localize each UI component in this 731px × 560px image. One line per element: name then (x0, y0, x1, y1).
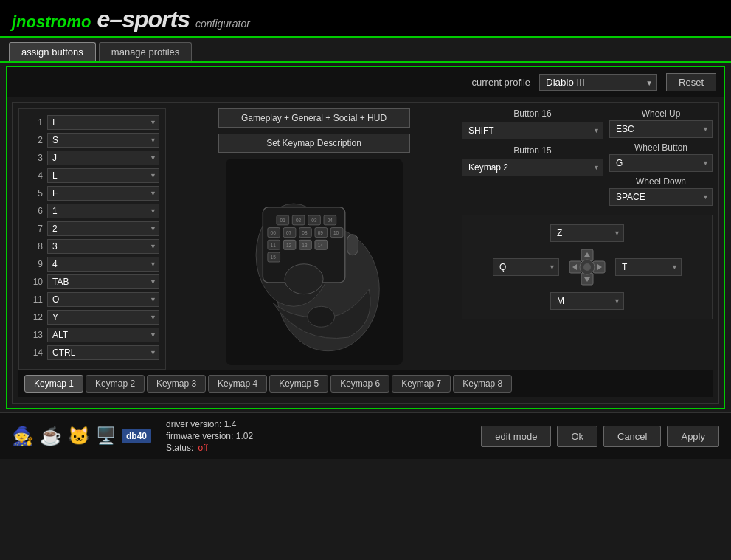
button-input-wrap-4[interactable] (47, 168, 159, 183)
set-keymap-desc-button[interactable]: Set Keymap Description (218, 134, 410, 153)
wheel-button-input-wrap[interactable] (609, 154, 713, 172)
keymap-tab-2[interactable]: Keymap 2 (86, 375, 145, 393)
button-num-2: 2 (25, 135, 43, 145)
svg-text:14: 14 (317, 243, 323, 248)
wheel-up-label: Wheel Up (609, 108, 713, 119)
button-input-wrap-8[interactable] (47, 239, 159, 254)
keymap-desc-button-1[interactable]: Gameplay + General + Social + HUD (218, 108, 410, 128)
keymap-tab-6[interactable]: Keymap 6 (330, 375, 389, 393)
ok-button[interactable]: Ok (557, 426, 597, 447)
button16-input-wrap[interactable] (462, 122, 603, 139)
profile-select[interactable]: Diablo III (539, 74, 657, 91)
button-input-wrap-7[interactable] (47, 221, 159, 236)
dpad-up-input[interactable] (550, 224, 624, 242)
tab-assign-buttons[interactable]: assign buttons (9, 42, 96, 61)
svg-text:02: 02 (295, 218, 301, 223)
svg-text:06: 06 (270, 230, 276, 235)
svg-text:09: 09 (317, 230, 323, 235)
keymap-tab-5[interactable]: Keymap 5 (269, 375, 328, 393)
button-input-wrap-9[interactable] (47, 257, 159, 272)
svg-text:13: 13 (302, 243, 308, 248)
tab-bar: assign buttons manage profiles (0, 38, 731, 63)
profile-select-wrapper[interactable]: Diablo III (539, 74, 657, 91)
svg-text:08: 08 (302, 230, 308, 235)
button-input-8[interactable] (47, 239, 159, 254)
firmware-version: firmware version: 1.02 (166, 431, 253, 441)
svg-point-44 (583, 263, 591, 271)
profile-label: current profile (472, 77, 530, 88)
apply-button[interactable]: Apply (667, 426, 719, 447)
button-num-10: 10 (25, 277, 43, 287)
dpad-right-input[interactable] (615, 258, 682, 276)
button-num-14: 14 (25, 348, 43, 358)
button-input-wrap-13[interactable] (47, 328, 159, 342)
product-sub: configurator (195, 18, 250, 30)
edit-mode-button[interactable]: edit mode (481, 426, 551, 447)
button-row-13: 13 (25, 328, 159, 342)
wheel-down-input-wrap[interactable] (609, 188, 713, 206)
keymap-tab-8[interactable]: Keymap 8 (453, 375, 512, 393)
wheel-section: Wheel Up Wheel Button Whee (609, 108, 713, 206)
button-input-wrap-14[interactable] (47, 345, 159, 360)
status-label: Status: (166, 443, 193, 453)
button-input-6[interactable] (47, 204, 159, 218)
button-input-wrap-1[interactable] (47, 115, 159, 130)
button15-input[interactable] (462, 159, 603, 176)
button-num-3: 3 (25, 153, 43, 163)
svg-text:04: 04 (327, 218, 333, 223)
dpad-left-input[interactable] (493, 258, 559, 276)
button-input-wrap-5[interactable] (47, 186, 159, 201)
db40-logo: db40 (122, 429, 151, 443)
footer: 🧙 ☕ 🐱 🖥️ db40 driver version: 1.4 firmwa… (0, 412, 731, 459)
character-icon-4: 🖥️ (96, 426, 116, 446)
button-input-wrap-6[interactable] (47, 204, 159, 218)
wheel-down-input[interactable] (609, 188, 713, 206)
wheel-button-input[interactable] (609, 154, 713, 172)
button-input-13[interactable] (47, 328, 159, 342)
svg-text:03: 03 (311, 218, 317, 223)
button15-input-wrap[interactable] (462, 159, 603, 176)
keymap-tab-1[interactable]: Keymap 1 (24, 375, 83, 393)
content-grid: 1 2 3 4 5 6 (18, 108, 713, 370)
reset-button[interactable]: Reset (666, 73, 716, 91)
button-row-14: 14 (25, 345, 159, 360)
keymap-tab-4[interactable]: Keymap 4 (208, 375, 267, 393)
button-input-4[interactable] (47, 168, 159, 183)
keymap-tab-7[interactable]: Keymap 7 (392, 375, 451, 393)
button-input-wrap-12[interactable] (47, 310, 159, 325)
cancel-button[interactable]: Cancel (603, 426, 661, 447)
dpad-down-input[interactable] (550, 292, 624, 310)
button-input-7[interactable] (47, 221, 159, 236)
button-num-6: 6 (25, 206, 43, 216)
button-input-11[interactable] (47, 292, 159, 307)
dpad-cross-icon[interactable] (567, 246, 608, 288)
button-input-3[interactable] (47, 151, 159, 165)
button-list-panel: 1 2 3 4 5 6 (18, 108, 166, 370)
button-input-wrap-2[interactable] (47, 133, 159, 148)
device-image: 01 02 03 04 06 07 08 09 10 11 12 13 14 1… (226, 159, 403, 365)
button-input-2[interactable] (47, 133, 159, 148)
keymap-tab-3[interactable]: Keymap 3 (147, 375, 206, 393)
button-input-wrap-11[interactable] (47, 292, 159, 307)
wheel-down-label: Wheel Down (609, 176, 713, 187)
button-input-wrap-3[interactable] (47, 151, 159, 165)
button16-input[interactable] (462, 122, 603, 139)
button-num-1: 1 (25, 117, 43, 128)
button-input-9[interactable] (47, 257, 159, 272)
main-container: current profile Diablo III Reset 1 2 3 (6, 66, 725, 409)
button-input-5[interactable] (47, 186, 159, 201)
button-input-10[interactable] (47, 274, 159, 289)
button-input-1[interactable] (47, 115, 159, 130)
status-value: off (198, 443, 207, 453)
tab-manage-profiles[interactable]: manage profiles (99, 42, 193, 61)
character-icon-2: ☕ (40, 426, 62, 446)
wheel-up-input-wrap[interactable] (609, 120, 713, 138)
driver-version: driver version: 1.4 (166, 419, 466, 429)
character-icon-3: 🐱 (68, 426, 90, 446)
button-input-14[interactable] (47, 345, 159, 360)
button-input-12[interactable] (47, 310, 159, 325)
button-num-13: 13 (25, 330, 43, 340)
button-input-wrap-10[interactable] (47, 274, 159, 289)
wheel-up-input[interactable] (609, 120, 713, 138)
button-row-10: 10 (25, 274, 159, 289)
